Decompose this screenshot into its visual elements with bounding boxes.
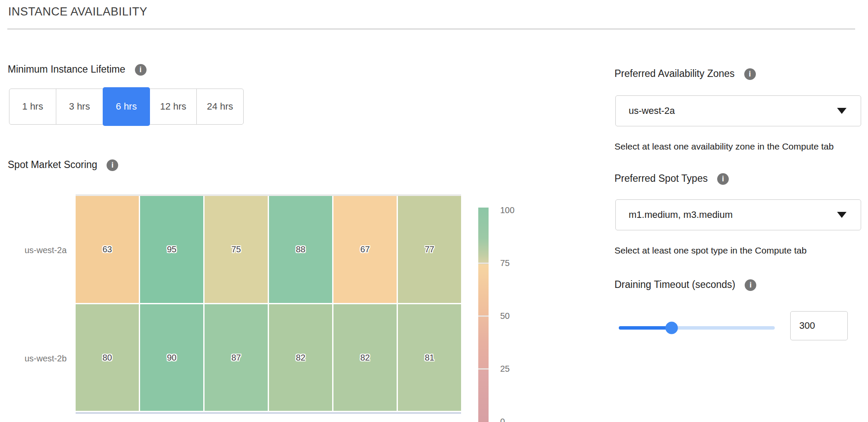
lifetime-button-24hrs[interactable]: 24 hrs — [196, 89, 244, 125]
color-scale-divider — [478, 315, 489, 317]
color-scale-tick-label: 0 — [500, 417, 505, 422]
heatmap-cell-value: 81 — [425, 353, 434, 363]
spot-market-scoring-label-row: Spot Market Scoring i — [8, 159, 118, 171]
chevron-down-icon — [837, 108, 847, 114]
color-scale-tick-label: 25 — [500, 364, 510, 374]
color-scale-bar — [478, 208, 489, 422]
heatmap-color-legend: 1007550250 — [478, 208, 530, 422]
draining-timeout-input[interactable] — [790, 311, 848, 340]
preferred-spot-types-label: Preferred Spot Types — [614, 173, 708, 184]
spot-types-helper-text: Select at least one spot type in the Com… — [614, 245, 807, 256]
spot-types-dropdown-value: m1.medium, m3.medium — [629, 209, 733, 220]
instance-availability-panel: INSTANCE AVAILABILITY Minimum Instance L… — [0, 0, 868, 422]
draining-timeout-label-row: Draining Timeout (seconds) i — [614, 278, 756, 291]
heatmap-row-label: us-west-2a — [6, 245, 67, 255]
info-icon[interactable]: i — [135, 64, 147, 76]
preferred-availability-zones-label: Preferred Availability Zones — [614, 68, 735, 80]
heatmap-cell-value: 82 — [296, 353, 305, 363]
chevron-down-icon — [837, 212, 847, 218]
availability-zones-dropdown-value: us-west-2a — [629, 105, 675, 116]
color-scale-tick-label: 100 — [500, 205, 514, 215]
heatmap-cell: 88 — [269, 196, 332, 303]
color-scale-divider — [478, 368, 489, 370]
heatmap-bottom-axis — [76, 412, 461, 414]
color-scale-tick-label: 50 — [500, 311, 510, 321]
availability-zones-dropdown[interactable]: us-west-2a — [615, 95, 861, 126]
lifetime-button-3hrs[interactable]: 3 hrs — [56, 89, 103, 125]
minimum-instance-lifetime-label-row: Minimum Instance Lifetime i — [8, 63, 147, 75]
heatmap-cell-value: 80 — [102, 353, 112, 363]
heatmap-cell: 82 — [269, 304, 332, 411]
slider-fill — [619, 326, 672, 330]
heatmap-cell: 81 — [398, 304, 461, 411]
heatmap-row-label: us-west-2b — [6, 354, 67, 364]
heatmap-cell: 95 — [140, 196, 203, 303]
heatmap-cell: 75 — [205, 196, 268, 303]
heatmap-cell: 77 — [398, 196, 461, 303]
draining-timeout-slider[interactable] — [619, 321, 775, 334]
info-icon[interactable]: i — [717, 173, 729, 185]
heatmap-cell-value: 75 — [231, 245, 241, 254]
color-scale-divider — [478, 263, 489, 264]
slider-handle[interactable] — [666, 321, 678, 334]
lifetime-button-6hrs[interactable]: 6 hrs — [103, 87, 150, 126]
info-icon[interactable]: i — [744, 68, 756, 80]
lifetime-button-1hrs[interactable]: 1 hrs — [9, 89, 56, 125]
minimum-instance-lifetime-label: Minimum Instance Lifetime — [8, 64, 125, 75]
color-scale-tick-label: 75 — [500, 258, 510, 268]
heatmap-cell-value: 67 — [360, 245, 370, 254]
heatmap-cell: 67 — [333, 196, 397, 303]
lifetime-button-group: 1 hrs 3 hrs 6 hrs 12 hrs 24 hrs — [9, 89, 244, 126]
heatmap-cell-value: 82 — [360, 353, 370, 363]
info-icon[interactable]: i — [107, 159, 118, 171]
heatmap-cell: 82 — [333, 304, 397, 411]
info-icon[interactable]: i — [745, 279, 756, 291]
heatmap-cell-value: 63 — [102, 245, 112, 254]
preferred-availability-zones-label-row: Preferred Availability Zones i — [614, 67, 756, 80]
lifetime-button-12hrs[interactable]: 12 hrs — [150, 89, 197, 125]
spot-market-scoring-heatmap: 639575886777809087828281 — [76, 196, 461, 412]
heatmap-cell-value: 95 — [167, 245, 176, 254]
spot-types-dropdown[interactable]: m1.medium, m3.medium — [615, 199, 861, 230]
heatmap-cell-value: 88 — [296, 245, 305, 254]
heatmap-cell: 63 — [76, 196, 139, 303]
heatmap-cell-value: 77 — [425, 245, 434, 254]
heatmap-cell-value: 87 — [231, 353, 241, 363]
heatmap-cell-value: 90 — [167, 353, 176, 363]
availability-zones-helper-text: Select at least one availability zone in… — [614, 141, 834, 152]
heatmap-cell: 80 — [76, 304, 139, 411]
preferred-spot-types-label-row: Preferred Spot Types i — [614, 172, 729, 184]
heatmap-cell: 87 — [205, 304, 268, 411]
draining-timeout-label: Draining Timeout (seconds) — [614, 279, 735, 291]
heatmap-cell: 90 — [140, 304, 203, 411]
section-divider — [7, 28, 855, 30]
page-title: INSTANCE AVAILABILITY — [8, 5, 147, 18]
spot-market-scoring-label: Spot Market Scoring — [8, 159, 97, 171]
